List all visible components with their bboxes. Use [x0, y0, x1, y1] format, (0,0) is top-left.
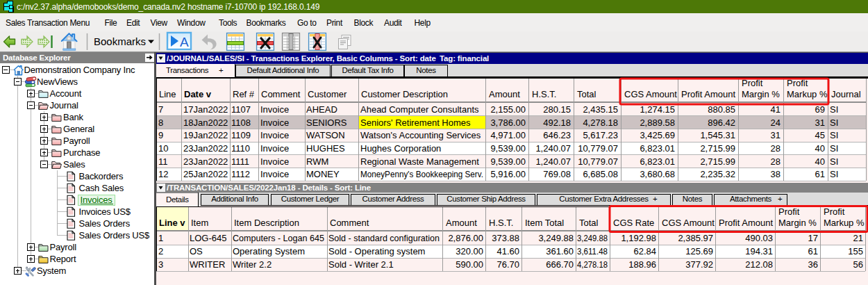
svg-text:320.00: 320.00 — [456, 246, 483, 256]
svg-text:666.70: 666.70 — [546, 259, 574, 270]
svg-text:11: 11 — [158, 156, 168, 167]
svg-text:Margin %: Margin % — [778, 218, 817, 228]
svg-text:Tag: financial: Tag: financial — [440, 54, 489, 63]
svg-text:Computers - Logan 645: Computers - Logan 645 — [233, 233, 324, 243]
svg-text:1109: 1109 — [231, 130, 251, 140]
svg-text:Customer Address: Customer Address — [362, 195, 425, 203]
svg-text:Bookmarks: Bookmarks — [94, 35, 146, 47]
svg-text:1108: 1108 — [231, 117, 251, 128]
svg-text:Profit Amount: Profit Amount — [681, 89, 735, 99]
svg-text:MONEY: MONEY — [306, 169, 340, 179]
svg-text:SENIORS: SENIORS — [306, 117, 347, 128]
svg-text:40: 40 — [815, 143, 825, 154]
svg-text:Sold - standard configuration: Sold - standard configuration — [328, 233, 440, 243]
svg-text:Attachments: Attachments — [730, 195, 772, 203]
svg-text:CGS Rate: CGS Rate — [613, 218, 654, 228]
svg-text:LOG-645: LOG-645 — [190, 233, 226, 243]
svg-text:Line v: Line v — [159, 218, 185, 228]
svg-text:Profit: Profit — [824, 206, 845, 217]
svg-text:2: 2 — [158, 246, 163, 256]
svg-text:492.18: 492.18 — [543, 117, 571, 128]
svg-text:1111: 1111 — [231, 156, 249, 167]
svg-text:4,278.18: 4,278.18 — [583, 117, 618, 128]
svg-text:Sales Orders: Sales Orders — [79, 218, 131, 229]
svg-text:Ref #: Ref # — [233, 89, 255, 99]
svg-text:3,249.88: 3,249.88 — [538, 233, 574, 243]
svg-text:5,617.23: 5,617.23 — [583, 130, 618, 140]
svg-text:Customer: Customer — [308, 89, 347, 99]
svg-text:40: 40 — [815, 156, 825, 167]
svg-text:23Jan2022: 23Jan2022 — [183, 143, 228, 154]
svg-text:2,385.97: 2,385.97 — [678, 233, 713, 243]
svg-text:WATSON: WATSON — [306, 130, 345, 140]
svg-text:Notes: Notes — [683, 195, 703, 203]
svg-text:Account: Account — [50, 88, 82, 99]
svg-text:62.84: 62.84 — [633, 246, 656, 256]
svg-text:Profit: Profit — [778, 206, 800, 217]
svg-text:Comment: Comment — [330, 218, 369, 228]
svg-text:61: 61 — [808, 246, 818, 256]
svg-text:SI: SI — [830, 117, 838, 128]
svg-text:Backorders: Backorders — [79, 171, 124, 181]
svg-text:2,715.99: 2,715.99 — [700, 143, 735, 154]
svg-text:1,274.15: 1,274.15 — [640, 104, 675, 115]
svg-text:3: 3 — [158, 259, 163, 270]
svg-text:Item Description: Item Description — [234, 218, 299, 228]
svg-text:1: 1 — [158, 233, 163, 243]
svg-text:SI: SI — [830, 156, 838, 167]
svg-text:25Jan2022: 25Jan2022 — [183, 169, 228, 179]
svg-text:76.70: 76.70 — [496, 259, 519, 270]
svg-text:HUGHES: HUGHES — [306, 143, 345, 154]
svg-text:AHEAD: AHEAD — [306, 104, 337, 115]
svg-text:3,249.88: 3,249.88 — [577, 233, 608, 243]
svg-text:590.00: 590.00 — [456, 259, 483, 270]
svg-text:+: + — [219, 66, 224, 74]
svg-text:188.96: 188.96 — [628, 259, 656, 270]
svg-text:+: + — [653, 195, 658, 203]
svg-text:RWM: RWM — [306, 156, 328, 167]
svg-text:155: 155 — [848, 246, 863, 256]
svg-text:Invoice: Invoice — [260, 169, 289, 179]
svg-text:646.23: 646.23 — [543, 130, 571, 140]
svg-text:Details: Details — [166, 195, 189, 204]
svg-text:Invoice: Invoice — [260, 117, 289, 128]
svg-text:3,611.48: 3,611.48 — [577, 246, 608, 256]
svg-text:10: 10 — [158, 143, 168, 154]
svg-text:Date v: Date v — [184, 89, 212, 99]
svg-text:Bank: Bank — [63, 112, 84, 122]
svg-text:2,876.00: 2,876.00 — [448, 233, 483, 243]
svg-text:SI: SI — [830, 143, 838, 154]
svg-text:Sold - Operating system: Sold - Operating system — [328, 246, 425, 256]
svg-text:194.31: 194.31 — [745, 246, 773, 256]
svg-text:General: General — [63, 124, 94, 134]
svg-text:+: + — [778, 195, 783, 203]
svg-text:880.85: 880.85 — [708, 104, 735, 115]
svg-text:SI: SI — [830, 169, 838, 179]
svg-text:Ahead Computer Consultants: Ahead Computer Consultants — [360, 104, 479, 115]
svg-text:Regional Waste Management: Regional Waste Management — [360, 156, 479, 167]
svg-text:Total: Total — [577, 89, 596, 99]
svg-text:Customer Ledger: Customer Ledger — [281, 195, 340, 203]
svg-text:4,971.00: 4,971.00 — [490, 130, 526, 140]
svg-text:45: 45 — [815, 130, 825, 140]
svg-text:H.S.T.: H.S.T. — [532, 89, 556, 99]
svg-text:Notes: Notes — [416, 66, 436, 74]
svg-text:/JOURNAL/SALES/SI - Transactio: /JOURNAL/SALES/SI - Transactions Explore… — [167, 54, 436, 63]
svg-text:10,779.07: 10,779.07 — [578, 156, 618, 167]
svg-text:Seniors' Retirement Homes: Seniors' Retirement Homes — [360, 117, 471, 128]
svg-text:H.S.T.: H.S.T. — [489, 218, 513, 228]
svg-text:361.60: 361.60 — [546, 246, 574, 256]
svg-text:377.92: 377.92 — [685, 259, 713, 270]
svg-text:6,685.08: 6,685.08 — [583, 169, 618, 179]
svg-text:36: 36 — [808, 259, 818, 270]
svg-text:Default Tax Info: Default Tax Info — [342, 66, 393, 74]
svg-text:280.15: 280.15 — [543, 104, 571, 115]
svg-text:/TRANSACTION/SALES/2022Jan18 -: /TRANSACTION/SALES/2022Jan18 - Details -… — [167, 184, 371, 192]
svg-text:Hughes Corporation: Hughes Corporation — [360, 143, 441, 154]
svg-text:17Jan2022: 17Jan2022 — [183, 104, 228, 115]
svg-text:896.42: 896.42 — [708, 117, 735, 128]
svg-text:28: 28 — [771, 143, 781, 154]
svg-text:6,823.01: 6,823.01 — [640, 156, 675, 167]
svg-text:12: 12 — [158, 169, 168, 179]
svg-text:1110: 1110 — [231, 143, 250, 154]
